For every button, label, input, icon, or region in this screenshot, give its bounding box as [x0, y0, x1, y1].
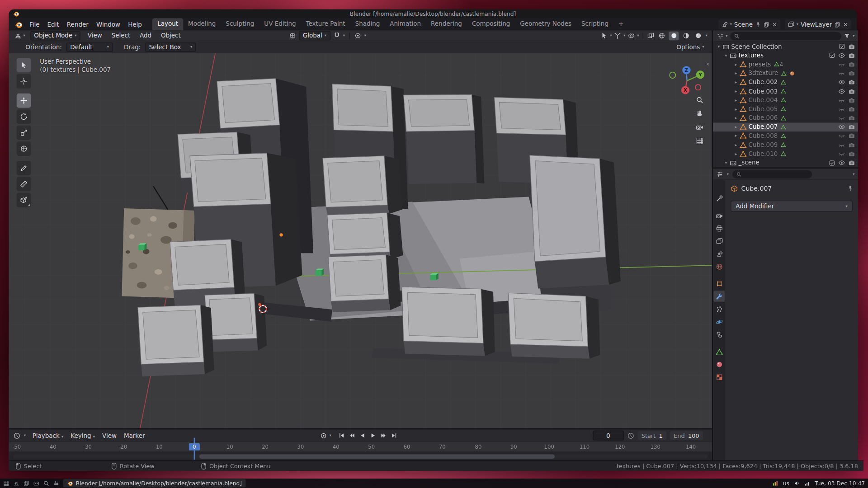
expand-arrow[interactable]: ▾ — [716, 44, 722, 49]
expand-arrow[interactable]: ▸ — [733, 71, 739, 76]
menu-marker[interactable]: Marker — [124, 432, 145, 439]
volume-icon[interactable] — [794, 480, 800, 486]
tab-tool[interactable] — [713, 193, 724, 204]
navigation-gizmo[interactable]: Z Y X — [669, 63, 704, 98]
taskbar-settings-icon[interactable] — [53, 480, 59, 486]
castle-block[interactable] — [402, 287, 495, 356]
tab-scene[interactable] — [713, 248, 724, 259]
mode-dropdown[interactable]: Object Mode ▾ — [30, 31, 80, 40]
add-cube-tool-button[interactable] — [17, 193, 31, 207]
select-box-tool-button[interactable] — [17, 58, 31, 72]
taskbar-search-icon[interactable] — [43, 480, 49, 486]
ortho-toggle-button[interactable] — [695, 136, 705, 146]
tab-physics[interactable] — [713, 316, 724, 327]
viewlayer-selector[interactable]: ▾ ViewLayer — [785, 19, 851, 29]
eye-closed-icon[interactable] — [838, 105, 845, 113]
add-modifier-button[interactable]: Add Modifier ▾ — [731, 201, 852, 211]
castle-block[interactable] — [327, 213, 403, 262]
add-workspace-button[interactable]: + — [613, 18, 628, 30]
camera-icon[interactable] — [848, 88, 855, 95]
tab-object-data[interactable] — [713, 346, 724, 357]
camera-icon[interactable] — [848, 79, 855, 86]
camera-icon[interactable] — [848, 97, 855, 104]
workspace-tab-layout[interactable]: Layout — [152, 18, 183, 30]
cursor-tool-button[interactable] — [17, 74, 31, 89]
taskbar-folder-icon[interactable] — [33, 480, 39, 486]
outliner-row[interactable]: ▸ Cube.002 — [713, 78, 858, 87]
outliner-row[interactable]: ▸ 3dtexture — [713, 69, 858, 78]
pin-icon[interactable] — [755, 21, 761, 27]
eye-icon[interactable] — [838, 159, 845, 166]
checkbox-icon[interactable] — [839, 43, 845, 50]
eye-icon[interactable] — [838, 123, 845, 131]
measure-tool-button[interactable] — [17, 177, 31, 191]
outliner-row[interactable]: ▸ Cube.010 — [713, 150, 858, 159]
outliner-search-input[interactable] — [741, 32, 838, 40]
outliner-row[interactable]: ▸ Cube.009 — [713, 141, 858, 150]
menu-keying[interactable]: Keying ▾ — [71, 432, 95, 439]
expand-arrow[interactable]: ▸ — [733, 116, 739, 121]
menu-object[interactable]: Object — [159, 32, 183, 39]
shading-material-button[interactable] — [681, 31, 691, 40]
tab-world[interactable] — [713, 261, 724, 272]
proportional-editing-icon[interactable] — [354, 32, 362, 39]
workspace-tab-uv-editing[interactable]: UV Editing — [259, 18, 301, 30]
castle-block[interactable] — [328, 255, 401, 312]
annotate-tool-button[interactable] — [17, 161, 31, 175]
expand-arrow[interactable]: ▸ — [733, 98, 739, 103]
camera-icon[interactable] — [848, 43, 855, 50]
outliner-row[interactable]: ▾ _scene — [713, 158, 858, 167]
timeline-scrollbar[interactable] — [13, 454, 708, 459]
gizmos-icon[interactable] — [614, 32, 622, 39]
shading-rendered-button[interactable] — [693, 31, 703, 40]
gizmo-neg-axis[interactable] — [695, 84, 701, 90]
workspace-tab-rendering[interactable]: Rendering — [426, 18, 467, 30]
camera-icon[interactable] — [848, 123, 855, 131]
eye-closed-icon[interactable] — [838, 70, 845, 77]
green-cube[interactable] — [430, 273, 438, 280]
workspace-tab-sculpting[interactable]: Sculpting — [221, 18, 259, 30]
castle-block[interactable] — [404, 94, 485, 184]
new-viewlayer-icon[interactable] — [834, 21, 840, 27]
keyboard-layout-indicator[interactable]: us — [783, 480, 789, 486]
menu-select[interactable]: Select — [109, 32, 132, 39]
camera-icon[interactable] — [848, 141, 855, 149]
expand-arrow[interactable]: ▸ — [733, 62, 739, 67]
menu-file[interactable]: File — [25, 21, 43, 28]
scene-selector[interactable]: ▾ Scene — [718, 19, 780, 29]
green-cube[interactable] — [138, 243, 146, 250]
outliner-row[interactable]: ▸ presets 4 — [713, 60, 858, 69]
menu-help[interactable]: Help — [124, 21, 146, 28]
workspace-tab-modeling[interactable]: Modeling — [183, 18, 221, 30]
pin-icon[interactable] — [847, 185, 854, 192]
castle-block[interactable] — [138, 305, 214, 376]
network-icon[interactable] — [804, 480, 810, 486]
blender-menu-icon[interactable] — [14, 20, 23, 28]
taskbar-window-button[interactable]: Blender [/home/amalie/Desktop/blender/ca… — [63, 479, 246, 487]
outliner-row[interactable]: ▸ Cube.006 — [713, 113, 858, 122]
expand-arrow[interactable]: ▸ — [733, 89, 739, 94]
jump-to-end-button[interactable] — [389, 431, 399, 440]
tab-texture[interactable] — [713, 371, 724, 382]
camera-icon[interactable] — [848, 159, 855, 166]
outliner-row[interactable]: ▾ textures — [713, 51, 858, 60]
taskbar-menu-icon[interactable] — [3, 480, 9, 486]
system-monitor-icon[interactable] — [772, 480, 778, 486]
castle-block[interactable] — [530, 155, 621, 289]
eye-closed-icon[interactable] — [838, 132, 845, 140]
menu-window[interactable]: Window — [92, 21, 124, 28]
rotate-tool-button[interactable] — [17, 109, 31, 124]
options-dropdown[interactable]: Options ▾ — [676, 43, 704, 51]
overlays-icon[interactable] — [628, 32, 635, 39]
frame-end-field[interactable]: End 100 — [670, 431, 703, 440]
camera-icon[interactable] — [848, 52, 855, 59]
outliner-row-active[interactable]: ▸ Cube.007 — [713, 122, 858, 131]
tab-material[interactable] — [713, 359, 724, 370]
tab-modifiers[interactable] — [713, 291, 724, 301]
eye-icon[interactable] — [838, 79, 845, 86]
editor-type-button[interactable]: ▾ — [14, 32, 25, 39]
filter-icon[interactable] — [844, 33, 851, 39]
selectability-icon[interactable] — [600, 32, 608, 39]
tab-constraints[interactable] — [713, 329, 724, 340]
eye-closed-icon[interactable] — [838, 61, 845, 68]
